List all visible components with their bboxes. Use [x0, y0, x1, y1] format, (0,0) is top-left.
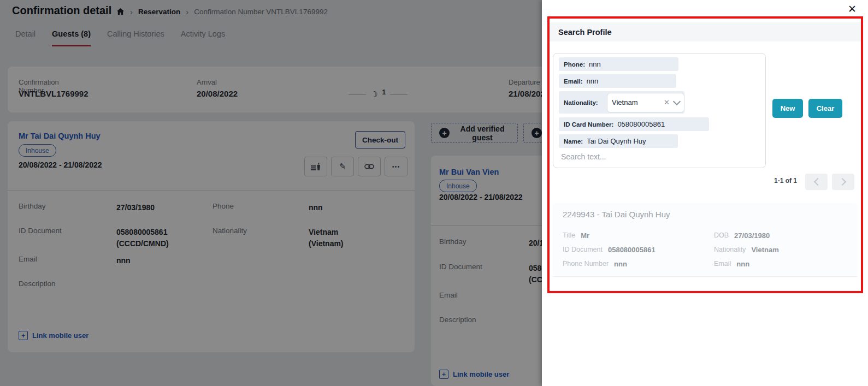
result-label: ID Document — [563, 246, 603, 253]
nationality-select[interactable]: Vietnam ✕ — [607, 93, 684, 112]
chevron-right-icon — [838, 178, 846, 186]
close-icon[interactable]: ✕ — [846, 2, 859, 15]
pagination-next-button[interactable] — [832, 174, 854, 190]
clear-button[interactable]: Clear — [808, 99, 842, 118]
result-label: Email — [714, 260, 731, 268]
result-row: Phone Number nnn Email nnn — [563, 257, 847, 271]
nationality-filter-chip: Nationality: Vietnam ✕ — [559, 91, 684, 114]
id-card-filter-chip[interactable]: ID Card Number: 058080005861 — [559, 117, 709, 131]
app-window: Confirmation detail › Reservation › Conf… — [0, 0, 868, 386]
phone-filter-value: nnn — [589, 60, 601, 68]
nationality-filter-label: Nationality: — [564, 99, 598, 106]
result-fields: Title Mr DOB 27/03/1980 ID Document 0580… — [563, 228, 847, 271]
result-row: ID Document 058080005861 Nationality Vie… — [563, 242, 847, 257]
search-filters-box: Phone: nnn Email: nnn Nationality: Vietn… — [553, 53, 766, 168]
result-divider — [553, 276, 858, 277]
search-input[interactable] — [560, 150, 753, 164]
result-label: DOB — [714, 231, 729, 239]
pagination-range: 1-1 of 1 — [731, 177, 797, 185]
result-value: Mr — [581, 231, 589, 240]
chevron-down-icon[interactable] — [673, 97, 681, 105]
phone-filter-chip[interactable]: Phone: nnn — [559, 57, 678, 71]
chevron-left-icon — [813, 178, 821, 186]
new-button[interactable]: New — [772, 99, 803, 118]
result-label: Phone Number — [563, 260, 609, 268]
name-filter-chip[interactable]: Name: Tai Dai Quynh Huy — [559, 134, 678, 148]
nationality-selected-value: Vietnam — [612, 98, 664, 106]
name-filter-label: Name: — [564, 138, 583, 145]
result-label: Title — [563, 231, 575, 239]
pagination-prev-button[interactable] — [805, 174, 828, 190]
highlight-box: Search Profile Phone: nnn Email: nnn Nat… — [547, 16, 863, 293]
result-value: nnn — [736, 260, 749, 268]
clear-nationality-icon[interactable]: ✕ — [664, 98, 670, 106]
result-header[interactable]: 2249943 - Tai Dai Quynh Huy — [563, 210, 670, 219]
result-value: nnn — [614, 260, 627, 268]
phone-filter-label: Phone: — [564, 61, 585, 68]
drawer-title: Search Profile — [558, 28, 612, 37]
result-value: 058080005861 — [608, 246, 656, 254]
name-filter-value: Tai Dai Quynh Huy — [587, 137, 646, 145]
email-filter-label: Email: — [564, 78, 583, 85]
result-value: 27/03/1980 — [734, 231, 770, 240]
email-filter-chip[interactable]: Email: nnn — [559, 74, 676, 88]
result-row: Title Mr DOB 27/03/1980 — [563, 228, 847, 242]
email-filter-value: nnn — [587, 77, 599, 85]
id-card-filter-label: ID Card Number: — [564, 121, 613, 128]
id-card-filter-value: 058080005861 — [617, 120, 665, 128]
result-label: Nationality — [714, 246, 746, 253]
drawer-header: Search Profile — [550, 22, 861, 41]
search-profile-drawer: ✕ Search Profile Phone: nnn Email: nnn N… — [542, 0, 868, 386]
result-value: Vietnam — [751, 246, 778, 254]
